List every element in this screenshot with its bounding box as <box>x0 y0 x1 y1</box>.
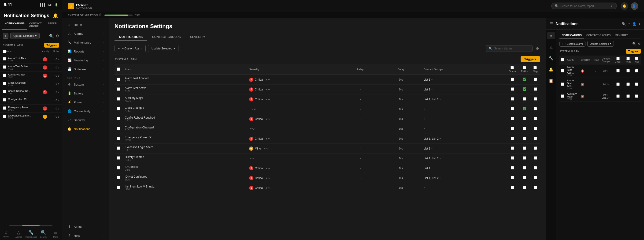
retire-checkbox[interactable] <box>523 117 526 120</box>
right-row-checkbox[interactable] <box>561 94 564 98</box>
mobile-row-checkbox[interactable] <box>3 57 6 61</box>
occur-checkbox[interactable] <box>511 176 514 179</box>
severity-dropdown[interactable]: ▾ <box>249 127 255 131</box>
tab-contact-groups[interactable]: CONTACT GROUPS <box>147 33 186 41</box>
mobile-tab-notifications[interactable]: NOTIFICATIONS <box>2 20 27 30</box>
sidebar-item-connectivity[interactable]: 🌐 Connectivity › <box>64 107 107 115</box>
occur-checkbox[interactable] <box>511 137 514 140</box>
rms-home-icon[interactable]: ⌂ <box>547 32 555 39</box>
right-custom-alarm-button[interactable]: + + Custom Alarm <box>560 41 586 47</box>
contact-chevron[interactable]: ▾ <box>608 83 610 86</box>
right-retire-cb[interactable] <box>626 94 630 98</box>
sidebar-item-battery[interactable]: 🔋 Battery › <box>64 89 107 98</box>
sidebar-item-security[interactable]: 🛡 Security › <box>64 116 107 124</box>
right-nag-cb[interactable] <box>635 94 638 98</box>
right-retire-cb[interactable] <box>626 69 630 72</box>
contact-chevron[interactable]: ▾ <box>431 88 432 91</box>
right-nag-header[interactable] <box>635 57 638 60</box>
nag-checkbox[interactable] <box>534 166 537 169</box>
retire-checkbox[interactable] <box>523 87 526 91</box>
custom-alarm-button[interactable]: + + Custom Alarm <box>114 45 146 52</box>
contact-chevron[interactable]: ▾ <box>424 108 425 110</box>
rms-info-icon[interactable]: 📋 <box>547 77 555 84</box>
retire-checkbox[interactable] <box>523 156 526 160</box>
severity-dropdown[interactable]: ▾ <box>265 176 271 180</box>
nag-checkbox[interactable] <box>534 97 537 101</box>
mobile-row-checkbox[interactable] <box>3 65 6 69</box>
contact-chevron[interactable]: ▾ <box>440 137 441 140</box>
retire-checkbox[interactable] <box>523 146 526 150</box>
alarm-search-input[interactable] <box>494 47 530 50</box>
nag-checkbox[interactable] <box>534 137 537 140</box>
contact-chevron[interactable]: ▾ <box>431 147 432 150</box>
mobile-nav-alarms[interactable]: △ Alarms <box>12 229 25 239</box>
rms-notifications-icon[interactable]: 🔔 <box>547 66 555 73</box>
sidebar-item-home[interactable]: ⌂ Home › <box>64 20 107 29</box>
severity-dropdown[interactable]: ▾ <box>263 147 269 150</box>
row-checkbox[interactable] <box>117 166 120 169</box>
mobile-nav-maintenance[interactable]: 🔧 Maintenance <box>25 229 37 239</box>
contact-chevron[interactable]: ▾ <box>424 186 425 189</box>
user-icon[interactable]: 👤 <box>632 22 636 26</box>
severity-dropdown[interactable]: ▾ <box>250 107 257 111</box>
right-occur-cb[interactable] <box>616 69 620 72</box>
contact-chevron[interactable]: ▾ <box>440 98 441 101</box>
row-checkbox[interactable] <box>117 146 120 150</box>
update-selected-button[interactable]: Update Selected ▾ <box>148 45 179 52</box>
row-checkbox[interactable] <box>117 156 120 160</box>
right-search-icon[interactable]: 🔍 <box>632 42 636 46</box>
occur-checkbox[interactable] <box>511 97 514 101</box>
occur-checkbox[interactable] <box>511 117 514 120</box>
contact-chevron[interactable]: ▾ <box>608 97 610 99</box>
row-checkbox[interactable] <box>117 176 120 179</box>
contact-chevron[interactable]: ▾ <box>440 157 441 160</box>
row-checkbox[interactable] <box>117 78 120 81</box>
right-nag-cb[interactable] <box>635 69 638 72</box>
sidebar-item-monitoring[interactable]: 📈 Monitoring › <box>64 56 107 65</box>
right-update-selected-button[interactable]: Update Selected ▾ <box>587 41 614 47</box>
right-row-checkbox[interactable] <box>561 83 564 86</box>
occur-checkbox[interactable] <box>511 186 514 189</box>
row-checkbox[interactable] <box>117 137 120 140</box>
right-tab-notifications[interactable]: NOTIFICATIONS <box>560 32 584 39</box>
mobile-triggers-button[interactable]: Triggers <box>44 43 59 48</box>
mobile-header-checkbox[interactable] <box>3 50 6 53</box>
mobile-nav-more[interactable]: ☰ More <box>50 229 62 239</box>
occur-checkbox[interactable] <box>511 78 514 81</box>
sidebar-item-maintenance[interactable]: 🔧 Maintenance › <box>64 38 107 47</box>
occur-checkbox[interactable] <box>511 87 514 91</box>
retire-checkbox[interactable] <box>523 97 526 101</box>
occur-checkbox[interactable] <box>511 156 514 160</box>
contact-chevron[interactable]: ▾ <box>440 177 441 179</box>
retire-checkbox[interactable] <box>523 137 526 140</box>
retire-checkbox[interactable] <box>523 166 526 169</box>
tab-notifications[interactable]: NOTIFICATIONS <box>114 33 147 41</box>
search-icon[interactable]: 🔍 <box>622 22 626 26</box>
severity-dropdown[interactable]: ▾ <box>265 88 271 91</box>
occur-checkbox[interactable] <box>511 127 514 130</box>
right-tab-contact-groups[interactable]: CONTACT GROUPS <box>584 32 613 39</box>
row-checkbox[interactable] <box>117 186 120 189</box>
mobile-tab-contact-group[interactable]: CONTACT GROUP <box>27 20 46 30</box>
contact-chevron[interactable]: ▾ <box>431 78 432 81</box>
right-occur-cb[interactable] <box>616 94 620 98</box>
nag-checkbox[interactable] <box>534 117 537 120</box>
mobile-nav-home[interactable]: ⌂ Home <box>0 229 12 239</box>
filter-button[interactable]: ⚙ <box>535 46 540 52</box>
sidebar-item-notifications[interactable]: 🔔 Notifications <box>64 125 107 133</box>
mobile-add-button[interactable]: + <box>3 33 8 39</box>
occur-checkbox[interactable] <box>511 146 514 150</box>
row-checkbox[interactable] <box>117 127 120 130</box>
retire-checkbox[interactable] <box>523 186 526 189</box>
nag-checkbox[interactable] <box>534 87 537 91</box>
severity-dropdown[interactable]: ▾ <box>265 78 271 82</box>
right-filter-icon[interactable]: ⚙ <box>638 42 641 46</box>
sidebar-item-reports[interactable]: 📊 Reports › <box>64 47 107 56</box>
mic-icon[interactable]: 🎙 <box>610 4 613 8</box>
help-icon[interactable]: ? <box>628 22 630 26</box>
occur-checkbox[interactable] <box>511 107 514 110</box>
opt-info-icon[interactable]: ⓘ <box>99 13 102 17</box>
sidebar-item-system[interactable]: ⚙ System › <box>64 80 107 89</box>
nag-header-checkbox[interactable] <box>534 66 537 69</box>
right-retire-header[interactable] <box>626 57 630 60</box>
